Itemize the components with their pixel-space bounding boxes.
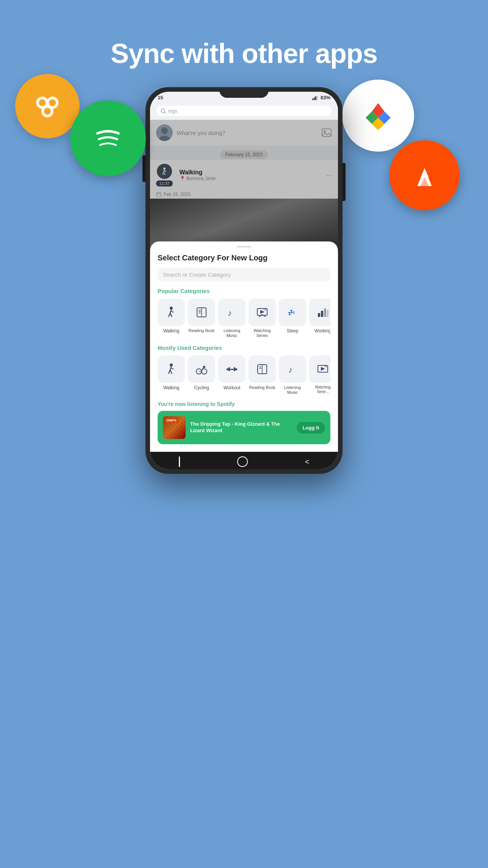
search-hint: logs — [168, 108, 177, 114]
search-placeholder-text: Search or Create Category — [163, 271, 231, 278]
svg-rect-63 — [230, 369, 234, 370]
cycling-icon — [196, 363, 208, 375]
mostly-category-cycling[interactable]: Cycling — [188, 356, 215, 395]
spotify-card: OMFG The Dripping Tap - King Gizzard & T… — [158, 411, 330, 444]
nav-recent-apps[interactable] — [179, 456, 180, 467]
app-header: logs — [150, 103, 338, 120]
mostly-used-categories-row: Walking — [158, 356, 330, 395]
nav-home[interactable] — [237, 456, 248, 467]
svg-rect-12 — [317, 96, 318, 100]
svg-rect-9 — [312, 99, 313, 100]
mostly-category-reading[interactable]: Reading Book — [249, 356, 276, 395]
category-icon-music: ♪ — [218, 299, 246, 326]
category-item-reading[interactable]: Reading Book — [188, 299, 215, 338]
walking-cat-icon — [165, 306, 177, 318]
strava-logo-svg — [407, 157, 443, 193]
category-icon-reading — [188, 299, 215, 326]
signal-icon — [312, 96, 318, 100]
logg-it-button[interactable]: Logg It — [297, 422, 325, 434]
mostly-label-workout: Workout — [224, 385, 240, 390]
category-icon-sleep: 💤 — [279, 299, 306, 326]
category-item-sleep[interactable]: 💤 Sleep — [279, 299, 306, 338]
svg-line-33 — [171, 311, 174, 312]
category-label-watching: Watching Series — [249, 328, 276, 338]
mostly-label-reading: Reading Book — [249, 385, 275, 390]
svg-rect-11 — [315, 96, 316, 100]
svg-marker-70 — [321, 367, 325, 371]
category-label-sleep: Sleep — [287, 328, 299, 334]
category-item-walking[interactable]: Walking — [158, 299, 185, 338]
svg-point-49 — [170, 363, 173, 367]
category-label-music: Listening Music — [218, 328, 246, 338]
phone-nav-bar: < — [150, 452, 338, 469]
category-label-walking: Walking — [163, 328, 179, 334]
svg-line-30 — [170, 310, 171, 313]
svg-rect-46 — [321, 311, 323, 317]
svg-text:♪: ♪ — [288, 365, 292, 374]
mostly-icon-music: ♪ — [279, 356, 306, 383]
svg-rect-61 — [228, 367, 230, 371]
music2-icon: ♪ — [286, 363, 299, 375]
svg-marker-41 — [260, 310, 264, 314]
category-label-working: Working — [314, 328, 330, 334]
svg-line-43 — [264, 310, 266, 310]
popular-categories-row: Walking — [158, 299, 330, 338]
phone-notch — [219, 87, 269, 98]
svg-line-14 — [164, 112, 166, 114]
music-icon: ♪ — [226, 306, 238, 318]
page-title: Sync with other apps — [0, 0, 488, 69]
bottom-sheet: Select Category For New Logg Search or C… — [150, 241, 338, 452]
strava-icon — [389, 140, 460, 210]
category-item-music[interactable]: ♪ Listening Music — [218, 299, 246, 338]
walking2-icon — [165, 363, 177, 375]
category-item-watching[interactable]: Watching Series — [249, 299, 276, 338]
category-icon-working — [309, 299, 330, 326]
track-info: The Dripping Tap - King Gizzard & The Li… — [190, 421, 292, 434]
mostly-label-walking: Walking — [163, 385, 179, 390]
nav-back[interactable]: < — [305, 458, 310, 466]
mostly-icon-workout — [218, 356, 246, 383]
svg-text:💤: 💤 — [288, 309, 295, 316]
swarm-logo-svg — [30, 89, 64, 123]
google-fit-logo-svg — [357, 95, 399, 136]
svg-rect-47 — [324, 309, 326, 317]
svg-line-50 — [170, 367, 171, 370]
svg-rect-62 — [234, 367, 235, 371]
mostly-icon-walking — [158, 356, 185, 383]
category-icon-walking — [158, 299, 185, 326]
top-search-bar[interactable]: logs — [156, 106, 332, 116]
mostly-icon-cycling — [188, 356, 215, 383]
svg-point-3 — [39, 99, 46, 106]
mostly-category-music[interactable]: ♪ Listening Music — [279, 356, 306, 395]
svg-line-53 — [171, 368, 174, 369]
category-search[interactable]: Search or Create Category — [158, 268, 330, 282]
track-name: The Dripping Tap - King Gizzard & The Li… — [190, 421, 292, 434]
mostly-label-music: Listening Music — [279, 385, 306, 395]
svg-point-4 — [49, 99, 56, 106]
swarm-icon — [15, 74, 80, 138]
tv2-icon — [317, 363, 329, 375]
mostly-category-workout[interactable]: Workout — [218, 356, 246, 395]
mostly-label-cycling: Cycling — [194, 385, 209, 390]
sheet-title: Select Category For New Logg — [158, 254, 330, 262]
search-icon — [161, 108, 166, 114]
spotify-logo-svg — [87, 118, 129, 159]
svg-rect-10 — [314, 97, 315, 100]
spotify-icon — [70, 100, 146, 176]
mostly-label-watching: Watching Serie... — [309, 385, 330, 394]
mostly-category-walking[interactable]: Walking — [158, 356, 185, 395]
mostly-category-watching[interactable]: Watching Serie... — [309, 356, 330, 395]
svg-rect-48 — [327, 310, 328, 317]
workout-icon — [226, 363, 238, 375]
album-art: OMFG — [163, 416, 186, 439]
popular-section-label: Popular Categories — [158, 288, 330, 294]
book-icon — [196, 306, 208, 318]
svg-text:♪: ♪ — [228, 308, 232, 318]
sleep-icon: 💤 — [286, 306, 299, 318]
spotify-label: You're now listening to Spotify — [158, 401, 330, 407]
phone-device: 15 83% — [145, 87, 343, 838]
mostly-icon-reading — [249, 356, 276, 383]
svg-line-32 — [170, 313, 172, 317]
category-item-working[interactable]: Working — [309, 299, 330, 338]
svg-point-5 — [44, 108, 51, 115]
